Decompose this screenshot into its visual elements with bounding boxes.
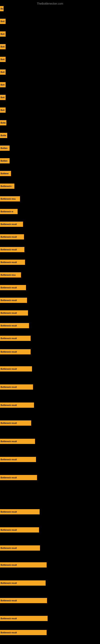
bar-label: Bottleneck result	[0, 511, 17, 513]
bar-fill: Bottleneck result	[0, 366, 32, 372]
bar-label: Botte	[0, 122, 6, 124]
bar-row: Bottleneck result	[0, 222, 100, 227]
bar-fill: Bottleneck resu	[0, 196, 20, 202]
bar-row: Bottleneck result	[0, 562, 100, 568]
bar-row: Bottleneck result	[0, 234, 100, 240]
bar-row: Bottleneck result	[0, 420, 100, 426]
bar-fill: Bottleneck result	[0, 349, 31, 354]
bar-fill: Bottleneck result	[0, 527, 39, 532]
bar-fill: Bottlen	[0, 146, 10, 151]
bar-row: Bottlen	[0, 158, 100, 164]
bar-label: Bottleneck result	[0, 440, 17, 442]
bar-fill: Bottleneck result	[0, 336, 31, 341]
bar-row: Bott	[0, 95, 100, 100]
bar-label: Bott	[0, 46, 4, 48]
bar-fill: Bottleneck result	[0, 402, 34, 408]
bar-fill: Bottleneck result	[0, 546, 40, 550]
bar-label: Bottleneck result	[0, 600, 17, 602]
bar-row: Bottleneck resu	[0, 272, 100, 278]
bar-label: Bottleneck result	[0, 618, 17, 620]
bar-row: Bottleneck result	[0, 323, 100, 328]
bar-label: Bott	[0, 20, 4, 22]
bar-label: Bo	[0, 8, 3, 10]
bar-row: Bottleneck result	[0, 366, 100, 372]
bar-row: Bottleneck result	[0, 475, 100, 480]
bar-label: Bott	[0, 96, 4, 98]
bar-label: Bott	[0, 71, 4, 73]
bar-row: Bottleneck re	[0, 209, 100, 214]
bar-label: Bottlene	[0, 172, 9, 175]
bar-label: Bottlen	[0, 147, 7, 149]
bar-label: Bottleneck result	[0, 236, 17, 238]
bar-label: Bott	[0, 109, 4, 111]
bar-row: Bott	[0, 82, 100, 87]
bar-label: Bottleneck result	[0, 476, 17, 479]
bar-row: Bottleneck result	[0, 336, 100, 341]
bar-row: Bottleneck result	[0, 457, 100, 462]
bar-label: Bottleneck result	[0, 261, 17, 264]
bar-row: Bottleneck result	[0, 384, 100, 390]
bar-row: Bottleneck result	[0, 509, 100, 514]
bar-label: Bottleneck result	[0, 324, 17, 327]
bar-label: Bott	[0, 33, 4, 35]
bar-fill: Bottleneck result	[0, 630, 47, 635]
bar-row: Bottleneck result	[0, 616, 100, 621]
bar-label: Bott	[0, 84, 4, 86]
bar-row: Bottleneck result	[0, 310, 100, 316]
bar-row: Bottleneck result	[0, 247, 100, 252]
bar-label: Bottleneck result	[0, 223, 17, 226]
bar-row: Bottleneck result	[0, 349, 100, 354]
bar-fill: Bottleneck result	[0, 509, 40, 514]
bar-row: Bottlene	[0, 171, 100, 176]
bar-fill: Bottleneck result	[0, 616, 48, 621]
bar-row: Bottleneck result	[0, 439, 100, 444]
bar-label: Bottleneck r	[0, 185, 12, 187]
bar-row: Bott	[0, 57, 100, 62]
bar-row: Bottleneck result	[0, 285, 100, 290]
bar-label: Bottleneck result	[0, 337, 17, 340]
bar-row: Bott	[0, 44, 100, 49]
bar-label: Bottleneck result	[0, 632, 17, 634]
bar-row: Bottle	[0, 133, 100, 138]
bar-fill: Bottlen	[0, 158, 10, 164]
bar-label: Bott	[0, 58, 4, 60]
bar-fill: Bott	[0, 108, 6, 113]
bar-label: Bottleneck result	[0, 404, 17, 406]
bar-row: Bottleneck result	[0, 598, 100, 603]
bar-fill: Bottleneck result	[0, 457, 36, 462]
bar-row: Bott	[0, 108, 100, 113]
bar-label: Bottleneck result	[0, 248, 17, 251]
bar-fill: Bottleneck result	[0, 260, 25, 265]
bar-label: Bottleneck result	[0, 564, 17, 566]
bar-fill: Bott	[0, 32, 6, 37]
bar-label: Bottleneck result	[0, 286, 17, 289]
bars-container: BoBottBottBottBottBottBottBottBottBotteB…	[0, 6, 100, 638]
bar-row: Bottlen	[0, 146, 100, 151]
bar-fill: Bottlene	[0, 171, 11, 176]
bar-row: Bottleneck resu	[0, 196, 100, 202]
bar-label: Bottle	[0, 134, 6, 137]
bar-fill: Bo	[0, 6, 3, 11]
bar-row: Bottleneck result	[0, 527, 100, 532]
bar-label: Bottleneck result	[0, 458, 17, 461]
bar-label: Bottleneck resu	[0, 274, 16, 276]
bar-fill: Bottleneck result	[0, 439, 35, 444]
bar-fill: Bottleneck result	[0, 323, 29, 328]
bar-fill: Bottleneck result	[0, 420, 31, 426]
bar-fill: Bottleneck result	[0, 598, 47, 603]
bar-label: Bottleneck result	[0, 529, 17, 531]
bar-fill: Bottleneck result	[0, 285, 26, 290]
bar-fill: Bott	[0, 19, 6, 24]
bar-label: Bottleneck result	[0, 582, 17, 584]
bar-fill: Bottleneck result	[0, 580, 46, 586]
bar-fill: Bott	[0, 57, 6, 62]
bar-label: Bottleneck result	[0, 351, 17, 353]
bar-row: Bottleneck result	[0, 402, 100, 408]
bar-row: Bottleneck result	[0, 298, 100, 303]
bar-label: Bottleneck resu	[0, 198, 16, 200]
bar-row: Bottleneck result	[0, 260, 100, 265]
bar-row: Bottleneck result	[0, 546, 100, 550]
bar-fill: Bottleneck result	[0, 247, 24, 252]
bar-fill: Bott	[0, 70, 6, 75]
bar-fill: Bottleneck result	[0, 234, 24, 240]
